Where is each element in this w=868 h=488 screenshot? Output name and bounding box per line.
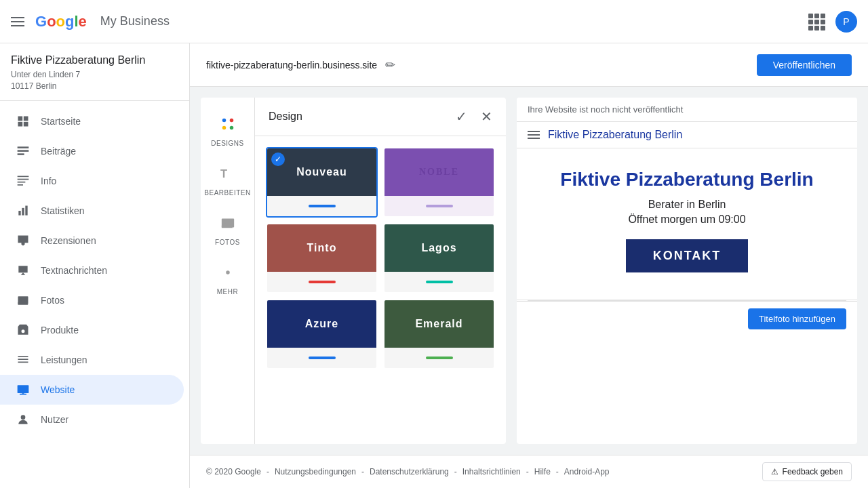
sidebar-item-leistungen[interactable]: Leistungen: [0, 345, 184, 375]
beitraege-icon: [16, 144, 30, 158]
google-logo: Google: [35, 13, 87, 30]
feedback-icon: ⚠: [771, 467, 778, 476]
svg-rect-20: [20, 393, 26, 394]
designs-icon: [220, 117, 235, 136]
sidebar-item-nutzer[interactable]: Nutzer: [0, 405, 184, 434]
preview-hero: Fiktive Pizzaberatung Berlin Berater in …: [517, 148, 857, 300]
design-accent-lagos: [426, 281, 453, 283]
topbar: Google My Business P: [0, 0, 868, 43]
svg-point-26: [229, 126, 233, 130]
svg-rect-0: [18, 116, 23, 121]
fotos-icon: [16, 293, 30, 307]
sidebar-item-website[interactable]: Website: [0, 375, 184, 405]
selected-check: ✓: [271, 152, 285, 166]
edit-url-icon[interactable]: ✏: [385, 58, 395, 73]
svg-point-24: [229, 119, 233, 123]
feedback-label: Feedback geben: [783, 467, 843, 476]
tool-mehr[interactable]: MEHR: [201, 257, 254, 304]
sidebar-item-info[interactable]: Info: [0, 166, 184, 196]
tool-designs[interactable]: DESIGNS: [201, 108, 254, 155]
preview-contact-button[interactable]: KONTAKT: [626, 239, 749, 272]
design-card-nouveau[interactable]: ✓ Nouveau: [266, 147, 378, 218]
sidebar-item-label: Produkte: [41, 325, 79, 336]
svg-rect-10: [18, 184, 23, 186]
close-icon[interactable]: ✕: [481, 108, 492, 125]
preview-menu-icon[interactable]: [528, 131, 540, 139]
design-card-top-azure: Azure: [267, 300, 376, 348]
footer-link-datenschutz[interactable]: Datenschutzerklärung: [370, 467, 449, 476]
design-card-lagos[interactable]: Lagos: [383, 223, 495, 293]
svg-rect-13: [25, 205, 27, 215]
sidebar-item-fotos[interactable]: Fotos: [0, 285, 184, 315]
tool-fotos[interactable]: FOTOS: [201, 207, 254, 254]
sidebar-item-produkte[interactable]: Produkte: [0, 315, 184, 345]
design-accent-noble: [426, 205, 453, 207]
bearbeiten-icon: T: [220, 166, 235, 185]
design-card-bottom-noble: [384, 196, 494, 216]
feedback-button[interactable]: ⚠ Feedback geben: [762, 462, 852, 481]
tool-bearbeiten[interactable]: T BEARBEITEN: [201, 158, 254, 205]
design-card-noble[interactable]: NOBLE: [383, 147, 495, 218]
footer-link-nutzung[interactable]: Nutzungsbedingungen: [275, 467, 356, 476]
preview-header: Fiktive Pizzaberatung Berlin: [517, 122, 857, 148]
svg-point-29: [224, 220, 226, 223]
topbar-left: Google My Business: [11, 13, 170, 30]
design-card-tinto[interactable]: Tinto: [266, 223, 378, 293]
preview-tagline: Berater in Berlin: [533, 199, 841, 211]
preview-header-name: Fiktive Pizzaberatung Berlin: [548, 129, 682, 141]
svg-point-25: [222, 126, 226, 130]
svg-rect-6: [18, 153, 24, 155]
design-card-top-lagos: Lagos: [384, 224, 494, 272]
preview-photo-section: Titelfoto hinzufügen: [517, 301, 857, 336]
design-card-bottom-azure: [267, 348, 376, 368]
design-grid: ✓ Nouveau NOBLE Tinto Lagos: [255, 136, 506, 380]
design-card-bottom-lagos: [384, 272, 494, 292]
apps-icon[interactable]: [808, 14, 825, 30]
main-layout: Fiktive Pizzaberatung Berlin Unter den L…: [0, 43, 868, 488]
svg-point-23: [222, 119, 226, 123]
design-accent-tinto: [309, 281, 336, 283]
sidebar-item-label: Nutzer: [41, 414, 68, 425]
sidebar-item-label: Info: [41, 176, 56, 186]
sidebar-item-label: Leistungen: [41, 354, 87, 365]
sidebar-item-startseite[interactable]: Startseite: [0, 106, 184, 136]
sidebar-item-rezensionen[interactable]: Rezensionen: [0, 226, 184, 256]
business-name: Fiktive Pizzaberatung Berlin: [11, 54, 178, 66]
business-info: Fiktive Pizzaberatung Berlin Unter den L…: [0, 43, 189, 101]
design-card-top-tinto: Tinto: [267, 224, 376, 272]
svg-rect-1: [24, 116, 28, 121]
url-bar: fiktive-pizzaberatung-berlin.business.si…: [190, 43, 868, 87]
svg-rect-17: [18, 359, 28, 360]
footer-link-android[interactable]: Android-App: [564, 467, 610, 476]
tool-label-designs: DESIGNS: [211, 140, 244, 147]
sidebar-item-beitraege[interactable]: Beiträge: [0, 136, 184, 166]
sidebar-item-label: Website: [41, 384, 75, 395]
sidebar-item-textnachrichten[interactable]: Textnachrichten: [0, 256, 184, 285]
publish-button[interactable]: Veröffentlichen: [757, 54, 852, 76]
sidebar-item-label: Fotos: [41, 295, 64, 306]
design-title: Design: [269, 110, 302, 123]
svg-rect-21: [22, 392, 24, 394]
tool-label-bearbeiten: BEARBEITEN: [204, 189, 250, 197]
rezensionen-icon: [16, 234, 30, 247]
footer-link-hilfe[interactable]: Hilfe: [534, 467, 551, 476]
confirm-icon[interactable]: ✓: [456, 108, 467, 125]
sidebar-item-statistiken[interactable]: Statistiken: [0, 196, 184, 226]
menu-icon[interactable]: [11, 17, 24, 26]
svg-rect-3: [24, 121, 28, 126]
sidebar-item-label: Beiträge: [41, 146, 76, 157]
footer-links: © 2020 Google - Nutzungsbedingungen - Da…: [206, 467, 610, 476]
mehr-icon: [220, 265, 235, 284]
design-card-bottom-tinto: [267, 272, 376, 292]
footer-link-inhalts[interactable]: Inhaltsrichtlinien: [462, 467, 521, 476]
tool-label-mehr: MEHR: [217, 288, 238, 296]
design-picker: Design ✓ ✕ ✓ Nouveau NOBLE: [255, 98, 506, 444]
add-photo-button[interactable]: Titelfoto hinzufügen: [748, 308, 846, 329]
svg-point-30: [226, 270, 230, 274]
design-card-top-noble: NOBLE: [384, 148, 494, 196]
footer-copyright: © 2020 Google: [206, 467, 261, 476]
design-card-azure[interactable]: Azure: [266, 299, 378, 369]
design-card-emerald[interactable]: Emerald: [383, 299, 495, 369]
avatar[interactable]: P: [835, 11, 857, 33]
footer: © 2020 Google - Nutzungsbedingungen - Da…: [190, 455, 868, 488]
